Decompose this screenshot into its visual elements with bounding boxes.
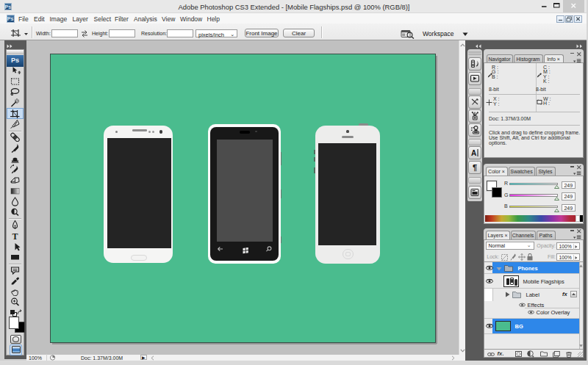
svg-text:T: T [12,231,18,240]
svg-text:¶: ¶ [473,163,477,172]
svg-text:A: A [471,149,476,157]
